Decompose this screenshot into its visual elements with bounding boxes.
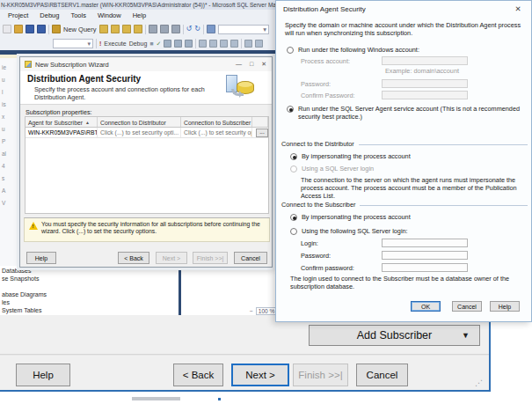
- security-dialog-titlebar[interactable]: Distribution Agent Security ✕: [276, 1, 531, 17]
- next-button[interactable]: Next >: [231, 364, 289, 386]
- grid-header-row: Agent for Subscriber ▲ Connection to Dis…: [26, 117, 268, 128]
- fragment-divider: [0, 354, 489, 356]
- resize-grip[interactable]: ⋰: [475, 378, 485, 389]
- distribution-agent-security-dialog: Distribution Agent Security ✕ Specify th…: [275, 0, 532, 322]
- group-label: Connect to the Distributor: [281, 140, 354, 148]
- dropdown-caret-icon[interactable]: ▼: [462, 331, 470, 340]
- radio-selected-icon[interactable]: [290, 153, 297, 160]
- analysis-query-icon[interactable]: [111, 25, 120, 33]
- editor-tool-icon[interactable]: [255, 40, 263, 48]
- maximize-button[interactable]: □: [250, 61, 253, 68]
- column-connection-to-distributor[interactable]: Connection to Distributor: [98, 117, 181, 127]
- warning-icon: !: [29, 222, 38, 230]
- new-query-button[interactable]: New Query: [63, 26, 97, 33]
- open-folder-icon[interactable]: [14, 25, 23, 33]
- close-button[interactable]: ✕: [261, 61, 266, 68]
- editor-tool-icon[interactable]: [185, 40, 193, 48]
- menu-window[interactable]: Window: [98, 11, 121, 19]
- login-field[interactable]: [382, 239, 468, 247]
- minimize-button[interactable]: —: [236, 61, 242, 68]
- scrollbar-thumb-fragment[interactable]: [132, 397, 180, 400]
- wizard-back-button[interactable]: < Back: [118, 252, 149, 264]
- column-connection-to-subscriber[interactable]: Connection to Subscriber: [181, 117, 252, 127]
- menu-project[interactable]: Project: [8, 11, 28, 19]
- agent-cell[interactable]: WIN-KKR05M3VPAS\RBTSERV3: [26, 128, 98, 137]
- security-cancel-button[interactable]: Cancel: [452, 301, 482, 312]
- toolbar-separator: [48, 25, 49, 34]
- database-combobox[interactable]: ▾: [53, 39, 93, 48]
- editor-tool-icon[interactable]: [220, 40, 228, 48]
- wizard-help-button[interactable]: Help: [26, 252, 56, 264]
- security-ellipsis-button[interactable]: ...: [256, 129, 268, 137]
- windows-account-radio[interactable]: Run under the following Windows account:: [287, 47, 522, 55]
- subscriber-security-cell[interactable]: Click (...) to set security opti...: [181, 128, 252, 137]
- redo-icon[interactable]: ↻: [194, 25, 200, 33]
- cancel-button[interactable]: Cancel: [356, 364, 408, 386]
- page-title: Distribution Agent Security: [27, 74, 141, 84]
- splitter-minus[interactable]: −: [250, 308, 253, 314]
- password-field[interactable]: [382, 79, 468, 88]
- help-button[interactable]: Help: [16, 364, 70, 386]
- save-icon[interactable]: [26, 25, 34, 33]
- subscriber-sql-login-radio[interactable]: Using the following SQL Server login:: [290, 228, 519, 236]
- editor-tool-icon[interactable]: [164, 40, 171, 48]
- subscriber-confirm-label: Confirm password:: [301, 264, 382, 272]
- subscriber-confirm-field[interactable]: [382, 263, 468, 272]
- agent-service-account-radio[interactable]: Run under the SQL Server Agent service a…: [287, 106, 522, 121]
- add-subscriber-button[interactable]: Add Subscriber ▼: [309, 325, 480, 346]
- toolbar-separator: [183, 25, 184, 34]
- radio-label: Run under the following Windows account:: [298, 47, 419, 55]
- object-explorer-tree-fragment[interactable]: Databases se Snapshots abase Diagrams le…: [2, 267, 142, 314]
- distributor-impersonate-radio[interactable]: By impersonating the process account: [290, 153, 519, 161]
- editor-tool-icon[interactable]: [199, 40, 207, 48]
- menu-debug[interactable]: Debug: [40, 11, 59, 19]
- new-db-query-icon[interactable]: [99, 25, 108, 33]
- save-all-icon[interactable]: [37, 25, 46, 33]
- paste-icon[interactable]: [171, 25, 180, 33]
- confirm-password-label: Confirm Password:: [301, 92, 382, 99]
- table-row[interactable]: WIN-KKR05M3VPAS\RBTSERV3 Click (...) to …: [26, 128, 268, 138]
- pane-splitter[interactable]: [179, 266, 181, 315]
- back-button[interactable]: < Back: [173, 364, 223, 386]
- dialog-intro-text: Specify the domain or machine account un…: [285, 22, 524, 38]
- menu-tools[interactable]: Tools: [70, 11, 86, 19]
- radio-selected-icon[interactable]: [287, 106, 294, 113]
- execute-icon[interactable]: !: [99, 40, 101, 47]
- copy-icon[interactable]: [160, 25, 169, 33]
- new-file-icon[interactable]: [3, 25, 11, 33]
- activity-monitor-icon[interactable]: [207, 25, 215, 33]
- process-account-field[interactable]: [382, 56, 468, 65]
- page-subtitle: Specify the process account and connecti…: [34, 86, 217, 101]
- wizard-cancel-button[interactable]: Cancel: [234, 252, 267, 264]
- toolbar-combobox[interactable]: ▾: [218, 25, 269, 34]
- subscriber-password-field[interactable]: [382, 251, 468, 260]
- security-help-button[interactable]: Help: [490, 301, 520, 312]
- editor-tool-icon[interactable]: [230, 40, 238, 48]
- radio-icon[interactable]: [290, 228, 297, 235]
- mdx-query-icon[interactable]: [122, 25, 131, 33]
- ok-button[interactable]: OK: [411, 301, 441, 312]
- column-agent-for-subscriber[interactable]: Agent for Subscriber ▲: [26, 117, 98, 127]
- radio-icon[interactable]: [287, 47, 294, 54]
- parse-check-icon[interactable]: ✓: [157, 40, 162, 48]
- stop-icon[interactable]: ■: [149, 40, 153, 47]
- debug-button[interactable]: Debug: [129, 40, 148, 47]
- wizard-titlebar[interactable]: New Subscription Wizard — □ ✕: [20, 57, 272, 71]
- distributor-security-cell[interactable]: Click (...) to set security opti...: [98, 128, 181, 137]
- connect-to-distributor-group: Connect to the Distributor: [281, 140, 528, 148]
- cut-icon[interactable]: [149, 25, 157, 33]
- radio-selected-icon[interactable]: [290, 214, 297, 221]
- close-icon[interactable]: ✕: [512, 4, 524, 13]
- editor-tool-icon[interactable]: [209, 40, 217, 48]
- warning-panel: ! You must specify the security informat…: [24, 217, 270, 242]
- xmla-query-icon[interactable]: [134, 25, 142, 33]
- execute-button[interactable]: Execute: [104, 40, 126, 47]
- editor-tool-icon[interactable]: [174, 40, 182, 48]
- subscriber-impersonate-radio[interactable]: By impersonating the process account: [290, 214, 519, 222]
- menu-help[interactable]: Help: [133, 11, 146, 19]
- new-query-icon[interactable]: [52, 25, 61, 33]
- undo-icon[interactable]: ↺: [186, 25, 193, 33]
- process-account-label: Process account:: [301, 57, 382, 65]
- editor-tool-icon[interactable]: [244, 40, 252, 48]
- confirm-password-field[interactable]: [382, 91, 468, 99]
